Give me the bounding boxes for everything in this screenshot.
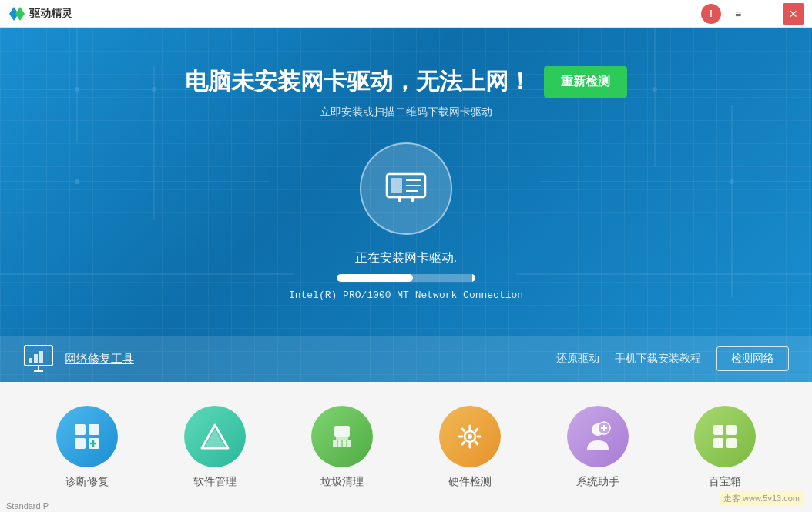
center-circle	[360, 142, 452, 235]
svg-rect-31	[89, 424, 99, 435]
svg-rect-18	[391, 178, 402, 193]
watermark: 走客 www.5v13.com	[719, 491, 804, 506]
recheck-button[interactable]: 重新检测	[544, 66, 627, 98]
center-icon-wrap	[0, 142, 812, 235]
app-logo-icon	[8, 5, 25, 22]
bottom-icon-label-0: 诊断修复	[65, 475, 109, 489]
svg-rect-39	[336, 437, 348, 440]
progress-bar-fill	[337, 274, 413, 282]
progress-bar	[337, 274, 475, 282]
app-title: 驱动精灵	[29, 7, 72, 21]
title-bar: 驱动精灵 ! ≡ — ✕	[0, 0, 812, 28]
status-bar: Standard P	[0, 500, 55, 512]
bottom-icon-item-1[interactable]: 软件管理	[151, 406, 279, 489]
bottom-icon-circle-2	[311, 406, 373, 467]
bottom-icon-label-4: 系统助手	[576, 475, 619, 489]
svg-rect-61	[726, 438, 737, 448]
svg-rect-24	[25, 346, 52, 366]
menu-button[interactable]: ≡	[727, 3, 749, 25]
status-section: 正在安装网卡驱动. Intel(R) PRO/1000 MT Network C…	[0, 250, 812, 301]
minimize-button[interactable]: —	[755, 3, 777, 25]
device-name: Intel(R) PRO/1000 MT Network Connection	[0, 289, 812, 301]
bottom-icon-circle-4	[567, 406, 629, 467]
bottom-icon-circle-0	[56, 406, 118, 467]
svg-line-51	[462, 429, 465, 431]
svg-rect-22	[398, 196, 401, 202]
svg-rect-60	[713, 438, 723, 448]
bottom-icon-circle-1	[184, 406, 246, 467]
progress-bar-wrap	[0, 274, 812, 282]
bottom-icon-circle-5	[694, 406, 756, 467]
bottom-icon-item-3[interactable]: 硬件检测	[406, 406, 534, 489]
bottom-icon-label-3: 硬件检测	[448, 475, 492, 489]
toolbar-right: 还原驱动 手机下载安装教程 检测网络	[556, 346, 789, 371]
network-repair-tool[interactable]: 网络修复工具	[23, 344, 134, 373]
monitor-icon	[23, 344, 57, 373]
detect-network-button[interactable]: 检测网络	[716, 346, 789, 371]
bottom-icon-label-2: 垃圾清理	[320, 475, 364, 489]
svg-rect-32	[75, 438, 86, 449]
bottom-icon-circle-3	[439, 406, 501, 467]
mobile-download-link[interactable]: 手机下载安装教程	[615, 352, 701, 366]
header-banner: 电脑未安装网卡驱动，无法上网！ 重新检测 立即安装或扫描二维码下载网卡驱动	[0, 28, 812, 119]
svg-marker-1	[15, 7, 25, 21]
notification-button[interactable]: !	[701, 4, 721, 24]
network-card-icon	[383, 166, 429, 211]
header-subtitle: 立即安装或扫描二维码下载网卡驱动	[0, 105, 812, 119]
header-title-row: 电脑未安装网卡驱动，无法上网！ 重新检测	[185, 66, 627, 98]
header-title-text: 电脑未安装网卡驱动，无法上网！	[185, 66, 532, 98]
svg-line-49	[462, 442, 465, 444]
close-button[interactable]: ✕	[783, 3, 804, 25]
main-area: 电脑未安装网卡驱动，无法上网！ 重新检测 立即安装或扫描二维码下载网卡驱动	[0, 28, 812, 382]
svg-line-53	[475, 429, 478, 431]
bottom-icon-item-4[interactable]: 系统助手	[534, 406, 662, 489]
restore-driver-link[interactable]: 还原驱动	[556, 352, 599, 366]
bottom-icon-label-1: 软件管理	[193, 475, 237, 489]
tool-label: 网络修复工具	[65, 352, 134, 366]
svg-rect-26	[34, 354, 38, 363]
svg-line-47	[475, 442, 478, 444]
bottom-icon-item-5[interactable]: 百宝箱	[661, 406, 789, 489]
main-toolbar: 网络修复工具 还原驱动 手机下载安装教程 检测网络	[0, 336, 812, 382]
bottom-icon-item-2[interactable]: 垃圾清理	[278, 406, 406, 489]
bottom-area: 诊断修复 软件管理 垃圾清理 硬件检测 系统助手	[0, 382, 812, 512]
svg-rect-38	[334, 426, 350, 437]
svg-rect-58	[713, 425, 723, 435]
svg-point-45	[468, 434, 472, 439]
svg-rect-30	[75, 424, 86, 435]
svg-rect-23	[411, 196, 414, 202]
status-text: 正在安装网卡驱动.	[0, 250, 812, 266]
title-bar-right: ! ≡ — ✕	[701, 3, 804, 25]
title-bar-left: 驱动精灵	[8, 5, 72, 22]
progress-cursor-icon	[472, 274, 475, 282]
svg-rect-59	[726, 425, 737, 435]
bottom-icon-item-0[interactable]: 诊断修复	[23, 406, 151, 489]
svg-rect-27	[39, 351, 43, 363]
bottom-icon-label-5: 百宝箱	[709, 475, 741, 489]
svg-rect-25	[29, 358, 32, 363]
